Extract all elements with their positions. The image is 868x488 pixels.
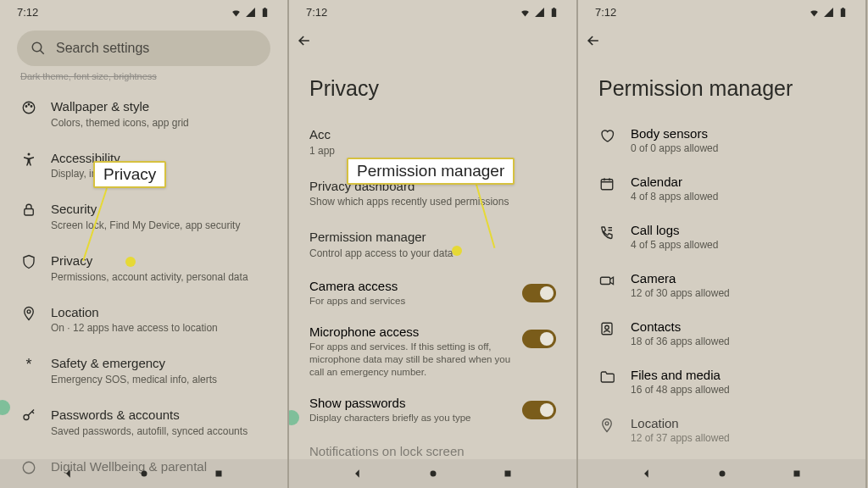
- svg-rect-13: [215, 471, 221, 477]
- svg-rect-17: [601, 277, 610, 284]
- item-sub: 16 of 48 apps allowed: [631, 384, 730, 396]
- item-sub: Screen lock, Find My Device, app securit…: [51, 219, 267, 232]
- perm-camera[interactable]: Camera12 of 30 apps allowed: [592, 261, 852, 309]
- item-title: Camera: [631, 271, 730, 286]
- svg-point-12: [141, 471, 147, 477]
- battery-icon: [837, 7, 849, 18]
- item-sub: 12 of 30 apps allowed: [631, 287, 730, 299]
- perm-files[interactable]: Files and media16 of 48 apps allowed: [592, 358, 852, 406]
- svg-point-8: [27, 310, 31, 313]
- nav-back[interactable]: [352, 468, 364, 480]
- settings-item-location[interactable]: LocationOn · 12 apps have access to loca…: [14, 294, 274, 346]
- perm-calendar[interactable]: Calendar4 of 8 apps allowed: [592, 164, 852, 213]
- location-icon: [20, 306, 37, 321]
- item-title: Wallpaper & style: [51, 98, 267, 115]
- item-sub: 0 of 0 apps allowed: [631, 142, 718, 154]
- back-button[interactable]: [296, 32, 313, 53]
- perm-body-sensors[interactable]: Body sensors0 of 0 apps allowed: [592, 116, 852, 164]
- asterisk-icon: *: [20, 357, 37, 372]
- svg-line-1: [40, 50, 44, 54]
- svg-point-14: [430, 471, 436, 477]
- settings-item-passwords[interactable]: Passwords & accountsSaved passwords, aut…: [14, 396, 274, 448]
- svg-point-20: [605, 422, 609, 425]
- toggle-title: Show passwords: [309, 396, 514, 410]
- page-title: Permission manager: [592, 61, 852, 116]
- perm-call-logs[interactable]: Call logs4 of 5 apps allowed: [592, 213, 852, 261]
- switch-on[interactable]: [522, 284, 556, 302]
- settings-item-privacy[interactable]: PrivacyPermissions, account activity, pe…: [14, 242, 274, 294]
- privacy-item-permission-manager[interactable]: Permission managerControl app access to …: [303, 219, 563, 270]
- toggle-camera[interactable]: Camera accessFor apps and services: [303, 270, 563, 316]
- svg-text:*: *: [25, 357, 31, 372]
- back-button[interactable]: [585, 32, 602, 53]
- item-sub: 18 of 36 apps allowed: [631, 336, 730, 347]
- shield-icon: [20, 254, 37, 269]
- settings-item-wallpaper[interactable]: Wallpaper & styleColors, themed icons, a…: [14, 88, 274, 140]
- svg-point-3: [25, 106, 27, 108]
- contacts-icon: [598, 321, 615, 336]
- phone-list-icon: [598, 225, 615, 240]
- switch-on[interactable]: [522, 330, 556, 348]
- search-input[interactable]: Search settings: [17, 30, 270, 66]
- status-icons: [809, 7, 849, 18]
- privacy-screen: 7:12 Privacy Acc1 app Privacy dashboardS…: [289, 0, 578, 488]
- status-bar: 7:12: [578, 0, 865, 24]
- status-icons: [520, 7, 559, 18]
- status-bar: 7:12: [289, 0, 576, 24]
- nav-home[interactable]: [716, 468, 728, 480]
- calendar-icon: [598, 176, 615, 191]
- item-title: Acc: [309, 126, 556, 143]
- svg-rect-16: [601, 180, 613, 190]
- svg-rect-7: [25, 209, 34, 216]
- clock: 7:12: [595, 6, 616, 19]
- search-icon: [31, 41, 46, 56]
- battery-icon: [548, 7, 559, 18]
- clock: 7:12: [17, 6, 38, 19]
- callout-permission-manager: Permission manager: [347, 158, 515, 185]
- perm-location[interactable]: Location12 of 37 apps allowed: [592, 406, 852, 454]
- svg-point-4: [28, 104, 30, 106]
- item-title: Contacts: [631, 319, 730, 334]
- status-bar: 7:12: [0, 0, 287, 24]
- svg-point-0: [32, 42, 42, 52]
- camera-icon: [598, 273, 615, 288]
- lock-icon: [20, 202, 37, 218]
- wifi-icon: [809, 7, 820, 18]
- toggle-sub: For apps and services: [309, 295, 514, 308]
- toggle-show-passwords[interactable]: Show passwordsDisplay characters briefly…: [303, 387, 563, 433]
- nav-back[interactable]: [641, 468, 653, 480]
- settings-item-security[interactable]: SecurityScreen lock, Find My Device, app…: [14, 191, 274, 242]
- item-sub: Emergency SOS, medical info, alerts: [51, 373, 267, 386]
- nav-recent[interactable]: [502, 468, 514, 480]
- signal-icon: [823, 7, 834, 18]
- signal-icon: [534, 7, 545, 18]
- perm-contacts[interactable]: Contacts18 of 36 apps allowed: [592, 309, 852, 358]
- toggle-microphone[interactable]: Microphone accessFor apps and services. …: [303, 316, 563, 387]
- nav-bar: [0, 459, 287, 488]
- item-title: Call logs: [631, 223, 718, 237]
- nav-home[interactable]: [427, 468, 439, 480]
- item-sub: 4 of 5 apps allowed: [631, 239, 718, 251]
- item-sub: 4 of 8 apps allowed: [631, 191, 718, 202]
- item-title: Calendar: [631, 175, 718, 189]
- item-sub: Permissions, account activity, personal …: [51, 270, 267, 284]
- permission-manager-screen: 7:12 Permission manager Body sensors0 of…: [578, 0, 867, 488]
- item-title: Body sensors: [631, 126, 718, 141]
- signal-icon: [245, 7, 256, 18]
- key-icon: [20, 408, 37, 424]
- nav-back[interactable]: [63, 468, 75, 480]
- settings-item-safety[interactable]: * Safety & emergencyEmergency SOS, medic…: [14, 345, 274, 396]
- battery-icon: [259, 7, 270, 18]
- item-sub: 12 of 37 apps allowed: [631, 432, 730, 444]
- item-title: Passwords & accounts: [51, 407, 267, 424]
- switch-on[interactable]: [522, 401, 556, 419]
- svg-point-19: [605, 325, 609, 330]
- nav-home[interactable]: [138, 468, 150, 480]
- settings-screen: 7:12 Search settings Dark theme, font si…: [0, 0, 289, 488]
- svg-rect-15: [504, 471, 510, 477]
- nav-recent[interactable]: [213, 468, 225, 480]
- nav-recent[interactable]: [791, 468, 803, 480]
- cutoff-text: Dark theme, font size, brightness: [14, 71, 274, 88]
- folder-icon: [598, 369, 615, 385]
- item-sub: Saved passwords, autofill, synced accoun…: [51, 424, 267, 438]
